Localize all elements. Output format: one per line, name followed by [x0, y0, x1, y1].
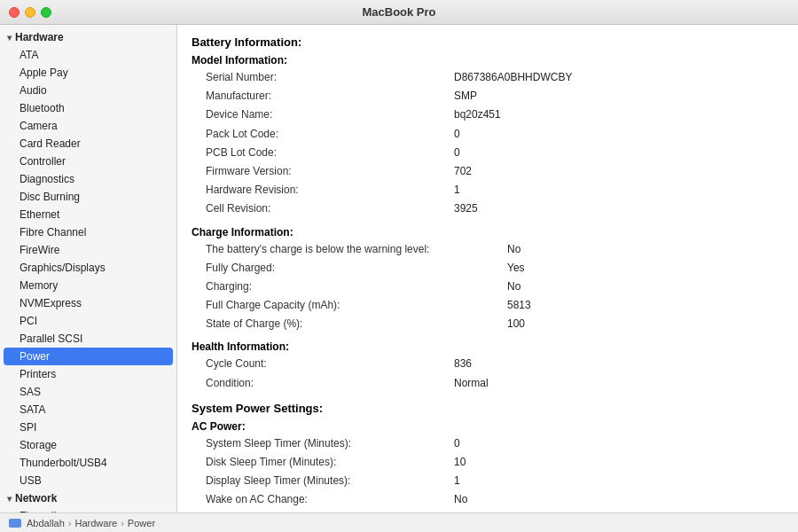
sidebar-item-apple-pay[interactable]: Apple Pay	[0, 64, 176, 82]
chevron-down-icon: ▾	[7, 33, 12, 43]
table-row: Serial Number: D867386A0BHHDWCBY	[192, 68, 784, 87]
charge-info-group: Charge Information: The battery's charge…	[192, 226, 784, 334]
sidebar-item-usb[interactable]: USB	[0, 472, 176, 489]
window-title: MacBook Pro	[362, 5, 435, 19]
sidebar-group-network-label: Network	[15, 492, 57, 505]
table-row: Wake on AC Change: No	[192, 490, 784, 509]
table-row: Device Name: bq20z451	[192, 106, 784, 124]
sidebar-item-storage[interactable]: Storage	[0, 436, 176, 454]
sidebar-item-power[interactable]: Power	[4, 348, 173, 365]
table-row: PCB Lot Code: 0	[192, 144, 784, 162]
breadcrumb-icon	[9, 519, 21, 528]
sidebar-item-sas[interactable]: SAS	[0, 383, 176, 401]
chevron-down-icon: ▾	[7, 494, 12, 504]
close-button[interactable]	[9, 7, 20, 18]
sidebar-group-hardware-label: Hardware	[15, 31, 64, 43]
sidebar-item-fibre-channel[interactable]: Fibre Channel	[0, 223, 176, 241]
table-row: Display Sleep Timer (Minutes): 1	[192, 472, 784, 490]
sidebar-item-spi[interactable]: SPI	[0, 419, 176, 436]
sidebar-item-bluetooth[interactable]: Bluetooth	[0, 99, 176, 117]
sidebar-item-controller[interactable]: Controller	[0, 153, 176, 170]
ac-power-group: AC Power: System Sleep Timer (Minutes): …	[192, 420, 784, 512]
sidebar-group-network[interactable]: ▾ Network	[0, 489, 176, 507]
sidebar-item-card-reader[interactable]: Card Reader	[0, 135, 176, 153]
sidebar-item-sata[interactable]: SATA	[0, 401, 176, 419]
table-row: System Sleep Timer (Minutes): 0	[192, 434, 784, 453]
window-controls[interactable]	[9, 7, 51, 18]
table-row: Charging: No	[192, 278, 784, 296]
ac-power-subtitle: AC Power:	[192, 420, 784, 433]
health-info-subtitle: Health Information:	[192, 340, 784, 353]
model-info-subtitle: Model Information:	[192, 54, 784, 66]
title-bar: MacBook Pro	[0, 0, 798, 25]
model-info-group: Model Information: Serial Number: D86738…	[192, 54, 784, 219]
sidebar-item-graphics-displays[interactable]: Graphics/Displays	[0, 259, 176, 277]
sidebar-item-ata[interactable]: ATA	[0, 46, 176, 64]
status-bar: Abdallah › Hardware › Power	[0, 512, 798, 532]
table-row: Manufacturer: SMP	[192, 87, 784, 106]
sidebar-item-thunderbolt-usb4[interactable]: Thunderbolt/USB4	[0, 454, 176, 472]
sidebar-item-ethernet[interactable]: Ethernet	[0, 206, 176, 223]
sidebar-item-audio[interactable]: Audio	[0, 82, 176, 99]
table-row: Pack Lot Code: 0	[192, 125, 784, 144]
table-row: Cycle Count: 836	[192, 355, 784, 373]
table-row: Full Charge Capacity (mAh): 5813	[192, 296, 784, 315]
sidebar-item-camera[interactable]: Camera	[0, 117, 176, 135]
sidebar-item-disc-burning[interactable]: Disc Burning	[0, 188, 176, 206]
sidebar-item-parallel-scsi[interactable]: Parallel SCSI	[0, 330, 176, 348]
table-row: Condition: Normal	[192, 374, 784, 393]
breadcrumb-separator: ›	[68, 518, 72, 528]
content-area: Battery Information: Model Information: …	[177, 25, 798, 512]
breadcrumb-item-hardware: Hardware	[75, 518, 118, 528]
table-row: Fully Charged: Yes	[192, 259, 784, 278]
table-row: The battery's charge is below the warnin…	[192, 240, 784, 259]
breadcrumb-separator: ›	[121, 518, 124, 528]
breadcrumb: Abdallah › Hardware › Power	[9, 518, 155, 528]
maximize-button[interactable]	[41, 7, 51, 18]
breadcrumb-item-power: Power	[128, 518, 155, 528]
sidebar-item-nvmexpress[interactable]: NVMExpress	[0, 294, 176, 312]
sidebar-item-memory[interactable]: Memory	[0, 277, 176, 294]
table-row: Disk Sleep Timer (Minutes): 10	[192, 453, 784, 472]
sidebar-item-pci[interactable]: PCI	[0, 312, 176, 330]
sidebar-item-diagnostics[interactable]: Diagnostics	[0, 170, 176, 188]
table-row: Firmware Version: 702	[192, 162, 784, 181]
battery-info-title: Battery Information:	[192, 35, 784, 49]
sidebar-group-hardware[interactable]: ▾ Hardware	[0, 28, 176, 46]
table-row: Hardware Revision: 1	[192, 181, 784, 200]
sidebar-item-printers[interactable]: Printers	[0, 365, 176, 383]
health-info-group: Health Information: Cycle Count: 836 Con…	[192, 340, 784, 392]
table-row: State of Charge (%): 100	[192, 315, 784, 333]
sidebar: ▾ Hardware ATA Apple Pay Audio Bluetooth…	[0, 25, 177, 512]
breadcrumb-item-abdallah: Abdallah	[27, 518, 65, 528]
charge-info-subtitle: Charge Information:	[192, 226, 784, 239]
table-row: Cell Revision: 3925	[192, 200, 784, 218]
system-power-settings-title: System Power Settings:	[192, 402, 784, 415]
sidebar-item-firewire[interactable]: FireWire	[0, 241, 176, 259]
minimize-button[interactable]	[25, 7, 35, 18]
